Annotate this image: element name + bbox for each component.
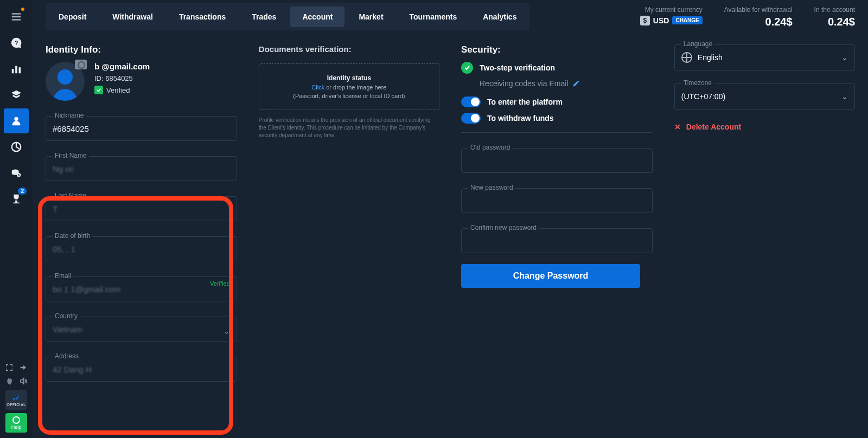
- change-password-button[interactable]: Change Password: [461, 264, 640, 288]
- tab-trades[interactable]: Trades: [240, 7, 288, 27]
- svg-text:?: ?: [15, 40, 18, 46]
- address-field[interactable]: Address 42 Dang H: [46, 357, 237, 382]
- main-tabs: Deposit Withdrawal Transactions Trades A…: [46, 3, 529, 30]
- nickname-field[interactable]: Nickname #6854025: [46, 116, 237, 141]
- money-icon[interactable]: $: [4, 160, 29, 185]
- chevron-down-icon: ⌄: [841, 53, 848, 62]
- close-icon: ✕: [674, 123, 681, 131]
- identity-title: Identity Info:: [46, 44, 237, 55]
- profile-id: ID: 6854025: [94, 74, 150, 82]
- security-title: Security:: [461, 44, 653, 55]
- svg-text:$: $: [18, 173, 20, 177]
- help-button[interactable]: Help: [5, 413, 27, 433]
- chevron-down-icon: ⌄: [841, 92, 848, 101]
- currency-block: My current currency $ USD CHANGE: [640, 6, 703, 25]
- first-name-field[interactable]: First Name Ng oc: [46, 156, 237, 181]
- svg-rect-6: [19, 67, 21, 73]
- chart-icon[interactable]: [4, 56, 29, 81]
- sidebar: ? $ 2 OFFICIAL Help: [0, 0, 33, 438]
- available-block: Available for withdrawal 0.24$: [724, 6, 793, 28]
- country-field[interactable]: Country Vietnam ⌄: [46, 317, 237, 342]
- change-currency-button[interactable]: CHANGE: [672, 16, 702, 24]
- globe-icon: [681, 52, 692, 63]
- toggle-withdraw[interactable]: [461, 113, 481, 124]
- fullscreen-icon[interactable]: [5, 363, 14, 373]
- language-select[interactable]: Language English ⌄: [674, 44, 855, 70]
- identity-column: Identity Info: b @gmail.com ID: 6854025: [46, 44, 237, 427]
- gear-icon[interactable]: [5, 377, 14, 387]
- settings-column: Language English ⌄ Timezone (UTC+07:00) …: [674, 44, 855, 427]
- svg-rect-5: [15, 66, 17, 74]
- profile-email: b @gmail.com: [94, 62, 150, 71]
- verification-note: Profile verification means the provision…: [259, 117, 439, 139]
- new-password-field[interactable]: New password: [461, 188, 653, 213]
- tab-tournaments[interactable]: Tournaments: [398, 7, 469, 27]
- documents-column: Documents verification: Identity status …: [259, 44, 439, 427]
- dob-field[interactable]: Date of birth 05, , 1: [46, 236, 237, 261]
- documents-title: Documents verification:: [259, 44, 439, 54]
- shield-check-icon: [94, 86, 103, 94]
- tournaments-icon[interactable]: 2: [4, 186, 29, 211]
- arrow-icon[interactable]: [19, 363, 28, 373]
- tab-deposit[interactable]: Deposit: [47, 7, 98, 27]
- pencil-icon[interactable]: [572, 80, 580, 87]
- check-icon: [461, 62, 473, 74]
- tab-withdrawal[interactable]: Withdrawal: [100, 7, 165, 27]
- badge-count: 2: [18, 188, 27, 195]
- email-field[interactable]: Email Verified bo 1 1@gmail.com: [46, 276, 237, 301]
- tab-analytics[interactable]: Analytics: [471, 7, 528, 27]
- security-column: Security: Two-step verification Receivin…: [461, 44, 653, 427]
- toggle-enter-platform[interactable]: [461, 96, 481, 107]
- analytics-icon[interactable]: [4, 134, 29, 159]
- old-password-field[interactable]: Old password: [461, 148, 653, 173]
- last-name-field[interactable]: Last Name T: [46, 196, 237, 221]
- official-button[interactable]: OFFICIAL: [5, 390, 27, 410]
- camera-icon[interactable]: [75, 60, 87, 69]
- svg-point-7: [14, 117, 18, 121]
- timezone-select[interactable]: Timezone (UTC+07:00) ⌄: [674, 83, 855, 110]
- education-icon[interactable]: [4, 82, 29, 107]
- confirm-password-field[interactable]: Confirm new password: [461, 228, 653, 253]
- sound-icon[interactable]: [19, 377, 28, 387]
- delete-account-button[interactable]: ✕ Delete Account: [674, 123, 855, 131]
- tab-transactions[interactable]: Transactions: [167, 7, 238, 27]
- chevron-down-icon: ⌄: [224, 327, 230, 336]
- tab-account[interactable]: Account: [290, 7, 344, 27]
- tab-market[interactable]: Market: [347, 7, 395, 27]
- upload-dropzone[interactable]: Identity status Click or drop the image …: [259, 63, 439, 110]
- svg-rect-4: [12, 69, 14, 73]
- account-icon[interactable]: [4, 108, 29, 133]
- balance-block: In the account 0.24$: [814, 6, 855, 28]
- support-icon[interactable]: ?: [4, 30, 29, 55]
- menu-icon[interactable]: [4, 4, 29, 29]
- dollar-icon: $: [640, 16, 650, 25]
